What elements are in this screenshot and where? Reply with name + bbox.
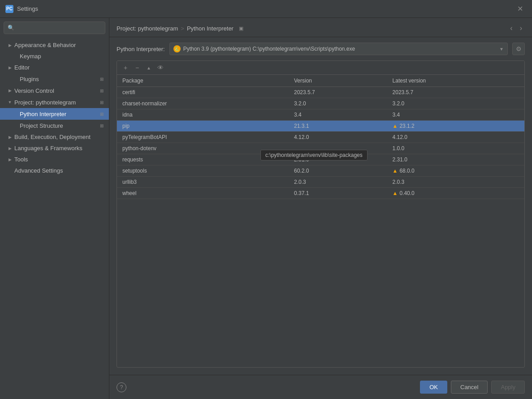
package-latest-version: 2.31.0 [387,154,524,165]
sidebar-item-languages[interactable]: ▶ Languages & Frameworks [0,143,109,154]
sidebar-items: ▶ Appearance & Behavior Keymap ▶ Editor … [0,38,109,399]
content-header: Project: pythontelegram > Python Interpr… [109,18,532,37]
sidebar-item-version-control[interactable]: ▶ Version Control ⊞ [0,85,109,96]
sidebar-item-plugins[interactable]: Plugins ⊞ [0,73,109,85]
expand-icon: ▶ [7,157,13,162]
interpreter-select[interactable]: 🐍 Python 3.9 (pythontelegram) C:\pythont… [169,43,508,55]
spacer-icon [13,111,18,117]
packages-area: + − ▲ 👁 Package Version Latest version [117,61,525,368]
expand-icon: ▶ [7,146,13,151]
sidebar-item-appearance[interactable]: ▶ Appearance & Behavior [0,39,109,51]
ok-button[interactable]: OK [420,381,447,394]
move-up-button[interactable]: ▲ [144,63,154,73]
cancel-button[interactable]: Cancel [451,381,488,394]
app-icon: PC [5,5,13,13]
table-row[interactable]: setuptools60.2.0▲68.0.0 [117,165,524,177]
expand-icon: ▶ [7,43,13,48]
spacer-icon [13,123,18,128]
expand-icon: ▶ [7,134,13,140]
upgrade-version-text: 23.1.2 [399,123,414,129]
package-name: requests [117,154,289,165]
footer: ? OK Cancel Apply [109,375,532,399]
breadcrumb: Project: pythontelegram > Python Interpr… [117,25,243,32]
table-row[interactable]: python-dotenv1.0.0 [117,143,524,154]
col-package: Package [117,75,289,87]
package-latest-version: ▲68.0.0 [387,165,524,177]
package-version: 0.37.1 [289,188,387,199]
package-version: 21.3.1 [289,121,387,132]
sidebar-item-project-structure[interactable]: Project Structure ⊞ [0,120,109,131]
sidebar-item-label: Version Control [14,87,96,94]
content-area: Project: pythontelegram > Python Interpr… [109,18,532,399]
sidebar-item-project[interactable]: ▼ Project: pythontelegram ⊞ [0,96,109,108]
grid-icon: ⊞ [98,87,105,94]
package-latest-version: 4.12.0 [387,132,524,143]
search-box[interactable]: 🔍 [4,22,105,34]
col-latest: Latest version [387,75,524,87]
package-version: 2023.5.7 [289,87,387,98]
sidebar-item-label: Keymap [20,53,105,60]
packages-table: Package Version Latest version certifi20… [117,75,524,367]
upgrade-version-text: 0.40.0 [399,190,414,196]
footer-buttons: OK Cancel Apply [420,381,525,394]
expand-icon: ▶ [7,88,13,93]
breadcrumb-part2: Python Interpreter [187,25,234,32]
add-package-button[interactable]: + [121,63,130,73]
table-row[interactable]: requests2.31.02.31.0 [117,154,524,165]
sidebar-item-label: Appearance & Behavior [14,42,105,48]
sidebar-item-advanced[interactable]: Advanced Settings [0,165,109,176]
close-button[interactable]: ✕ [514,3,527,15]
interpreter-select-text: Python 3.9 (pythontelegram) C:\pythontel… [183,46,497,52]
help-button[interactable]: ? [117,382,126,392]
dropdown-arrow-icon: ▼ [499,47,504,52]
remove-package-button[interactable]: − [132,63,142,73]
package-version: 60.2.0 [289,165,387,177]
main-content: 🔍 ▶ Appearance & Behavior Keymap ▶ Edito… [0,18,532,399]
sidebar-item-build[interactable]: ▶ Build, Execution, Deployment [0,131,109,143]
search-icon: 🔍 [8,25,14,31]
package-name: urllib3 [117,177,289,188]
table-row[interactable]: wheel0.37.1▲0.40.0 [117,188,524,199]
package-latest-version: 2.0.3 [387,177,524,188]
sidebar-item-keymap[interactable]: Keymap [0,51,109,62]
col-version: Version [289,75,387,87]
apply-button[interactable]: Apply [491,381,525,394]
sidebar-item-python-interpreter[interactable]: Python Interpreter ⊞ [0,108,109,120]
sidebar-item-label: Editor [14,64,105,71]
package-name: charset-normalizer [117,98,289,109]
sidebar-item-editor[interactable]: ▶ Editor [0,62,109,73]
table-row[interactable]: urllib32.0.32.0.3 [117,177,524,188]
nav-buttons: ‹ › [507,23,525,33]
sidebar-item-label: Languages & Frameworks [14,145,105,152]
interpreter-settings-button[interactable]: ⚙ [512,43,525,55]
spacer-icon [13,76,18,82]
package-version: 2.0.3 [289,177,387,188]
eye-button[interactable]: 👁 [156,63,165,73]
nav-back-button[interactable]: ‹ [507,23,515,33]
search-input[interactable] [17,25,101,31]
expand-icon: ▼ [7,100,13,105]
package-version: 2.31.0 [289,154,387,165]
spacer-icon [7,168,13,173]
upgrade-icon: ▲ [393,168,398,174]
table-row[interactable]: pyTelegramBotAPI4.12.04.12.0 [117,132,524,143]
grid-icon: ⊞ [98,99,105,106]
package-latest-version: ▲0.40.0 [387,188,524,199]
sidebar-item-label: Project: pythontelegram [14,99,96,106]
table-row[interactable]: pip21.3.1▲23.1.2 [117,121,524,132]
packages-data-table: Package Version Latest version certifi20… [117,75,524,199]
interpreter-label: Python Interpreter: [117,46,165,52]
table-row[interactable]: charset-normalizer3.2.03.2.0 [117,98,524,109]
package-latest-version: 3.4 [387,109,524,121]
package-name: idna [117,109,289,121]
sidebar-item-tools[interactable]: ▶ Tools [0,154,109,165]
package-version: 3.2.0 [289,98,387,109]
package-version [289,143,387,154]
table-row[interactable]: idna3.43.4 [117,109,524,121]
sidebar-item-label: Plugins [20,76,96,82]
nav-forward-button[interactable]: › [517,23,525,33]
table-row[interactable]: certifi2023.5.72023.5.7 [117,87,524,98]
grid-icon: ⊞ [98,122,105,129]
titlebar: PC Settings ✕ [0,0,532,18]
sidebar-item-label: Advanced Settings [14,167,105,174]
